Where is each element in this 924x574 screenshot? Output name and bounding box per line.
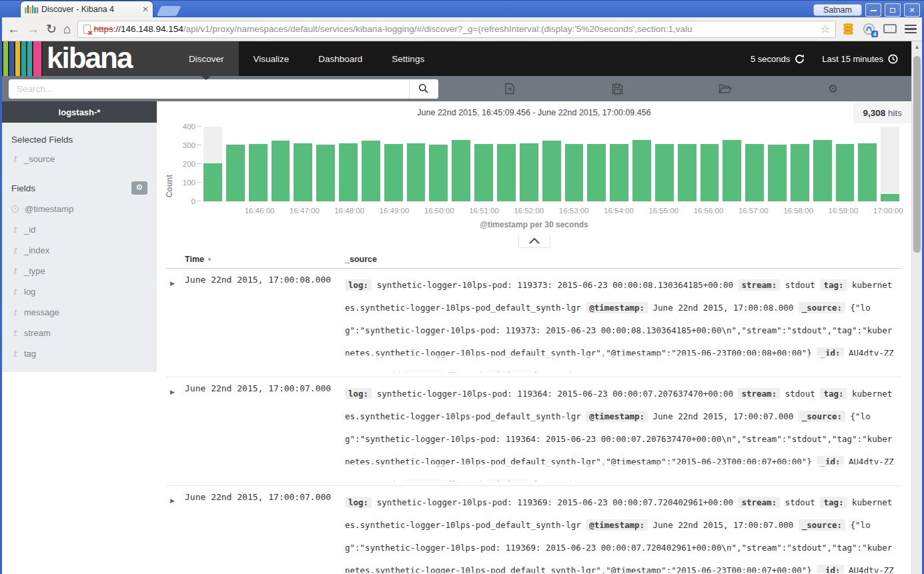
field-name: tag (24, 349, 36, 359)
field-settings-gear-icon[interactable]: ⚙ (131, 181, 147, 195)
histogram-bar[interactable] (203, 127, 222, 201)
field-item-_index[interactable]: t_index (2, 240, 157, 261)
nav-item-discover[interactable]: Discover (174, 41, 239, 76)
nav-item-dashboard[interactable]: Dashboard (304, 41, 377, 76)
field-item-_id[interactable]: t_id (2, 219, 157, 240)
scrollbar-up-arrow[interactable]: ▲ (912, 41, 922, 50)
selected-fields-list: t_source (2, 149, 157, 169)
expand-arrow-icon[interactable]: ▶ (170, 389, 175, 395)
histogram-bar[interactable] (858, 127, 877, 201)
histogram-bar[interactable] (429, 127, 448, 201)
histogram-bar[interactable] (587, 127, 606, 201)
search-icon[interactable] (409, 79, 438, 99)
url-bar[interactable]: https://146.148.94.154/api/v1/proxy/name… (77, 21, 836, 38)
cast-icon[interactable] (883, 24, 897, 34)
open-folder-icon[interactable] (719, 83, 732, 94)
nav-item-settings[interactable]: Settings (377, 41, 439, 76)
bar-fill (836, 144, 855, 201)
histogram-bar[interactable] (339, 127, 358, 201)
refresh-interval-control[interactable]: 5 seconds (751, 54, 805, 64)
histogram-bar[interactable] (723, 127, 741, 201)
close-button[interactable]: ✕ (904, 3, 920, 17)
kb-nav-items: DiscoverVisualizeDashboardSettings (174, 41, 439, 76)
text-type-icon: t (11, 266, 18, 276)
time-column-header[interactable]: Time ▼ (185, 255, 345, 264)
field-item-tag[interactable]: ttag (2, 343, 157, 364)
bar-fill (429, 145, 448, 201)
x-tick-label: 16:56:00 (694, 207, 724, 215)
browser-user-button[interactable]: Satnam (813, 4, 862, 16)
histogram-bar[interactable] (565, 127, 584, 201)
new-tab-button[interactable] (157, 6, 181, 16)
browser-window: Discover - Kibana 4 ✕ Satnam ✕ ← → ↻ ⌂ h… (0, 0, 924, 574)
new-search-icon[interactable] (504, 83, 516, 95)
histogram-bar[interactable] (836, 127, 855, 201)
home-icon[interactable]: ⌂ (63, 23, 71, 35)
histogram-bar[interactable] (881, 127, 899, 201)
nav-item-visualize[interactable]: Visualize (239, 41, 304, 76)
forward-icon[interactable]: → (27, 23, 39, 35)
field-item-@timestamp[interactable]: @timestamp (2, 199, 157, 219)
row-source: log: synthetic-logger-10lps-pod: 119364:… (345, 383, 902, 481)
tab-close-icon[interactable]: ✕ (142, 5, 149, 14)
page-scrollbar[interactable]: ▲ ▼ (911, 41, 922, 574)
extension-icon[interactable] (843, 23, 855, 35)
histogram-bar[interactable] (791, 127, 809, 201)
field-item-_type[interactable]: t_type (2, 261, 157, 281)
kibana-logo[interactable]: kibana (2, 41, 174, 76)
field-item-stream[interactable]: tstream (2, 323, 157, 343)
kibana-logo-stripes (2, 41, 43, 76)
maximize-button[interactable] (885, 3, 901, 17)
back-icon[interactable]: ← (7, 23, 20, 35)
settings-gear-icon[interactable]: ⚙ (828, 83, 838, 95)
histogram-bar[interactable] (226, 127, 245, 201)
hangouts-phone-icon[interactable]: 4 (863, 23, 875, 35)
histogram-bar[interactable] (294, 127, 312, 201)
histogram-bar[interactable] (678, 127, 697, 201)
bookmark-star-icon[interactable]: ☆ (821, 23, 830, 35)
expand-row-cell: ▶ (166, 383, 185, 481)
save-icon[interactable] (612, 83, 623, 95)
histogram-bar[interactable] (384, 127, 403, 201)
histogram-bar[interactable] (316, 127, 335, 201)
text-type-icon: t (11, 328, 18, 338)
browser-tab[interactable]: Discover - Kibana 4 ✕ (20, 1, 153, 17)
histogram-bar[interactable] (632, 127, 651, 201)
histogram-bar[interactable] (745, 127, 764, 201)
x-tick-label: 16:53:00 (559, 207, 589, 215)
reload-icon[interactable]: ↻ (46, 23, 57, 35)
collapse-histogram-button[interactable] (518, 235, 550, 248)
scrollbar-thumb[interactable] (913, 56, 921, 253)
menu-icon[interactable] (905, 25, 917, 34)
histogram-bar[interactable] (407, 127, 426, 201)
histogram-bar[interactable] (474, 127, 493, 201)
expand-arrow-icon[interactable]: ▶ (170, 280, 175, 287)
histogram-bar[interactable] (768, 127, 787, 201)
histogram-bar[interactable] (249, 127, 268, 201)
field-item-_source[interactable]: t_source (2, 149, 157, 169)
index-pattern-selector[interactable]: logstash-* (2, 101, 157, 123)
histogram-bar[interactable] (272, 127, 290, 201)
bar-fill (881, 194, 899, 201)
histogram-bar[interactable] (655, 127, 674, 201)
histogram-bar[interactable] (452, 127, 470, 201)
logo-stripe (29, 7, 31, 13)
bar-fill (474, 144, 493, 201)
histogram-bar[interactable] (497, 127, 516, 201)
histogram-bar[interactable] (701, 127, 719, 201)
histogram-bar[interactable] (813, 127, 832, 201)
time-range-control[interactable]: Last 15 minutes (822, 54, 898, 64)
field-item-message[interactable]: tmessage (2, 302, 157, 323)
histogram-bar[interactable] (520, 127, 538, 201)
table-row: ▶June 22nd 2015, 17:00:08.000log: synthe… (166, 269, 902, 377)
browser-titlebar: Discover - Kibana 4 ✕ Satnam ✕ (0, 0, 924, 17)
field-item-log[interactable]: tlog (2, 281, 157, 302)
histogram-bar[interactable] (542, 127, 561, 201)
minimize-button[interactable] (865, 3, 881, 17)
source-column-header[interactable]: _source (345, 255, 377, 264)
expand-arrow-icon[interactable]: ▶ (170, 497, 175, 504)
histogram-bar[interactable] (362, 127, 380, 201)
expand-row-cell: ▶ (166, 491, 185, 574)
histogram-bar[interactable] (610, 127, 628, 201)
search-input[interactable] (9, 84, 409, 94)
